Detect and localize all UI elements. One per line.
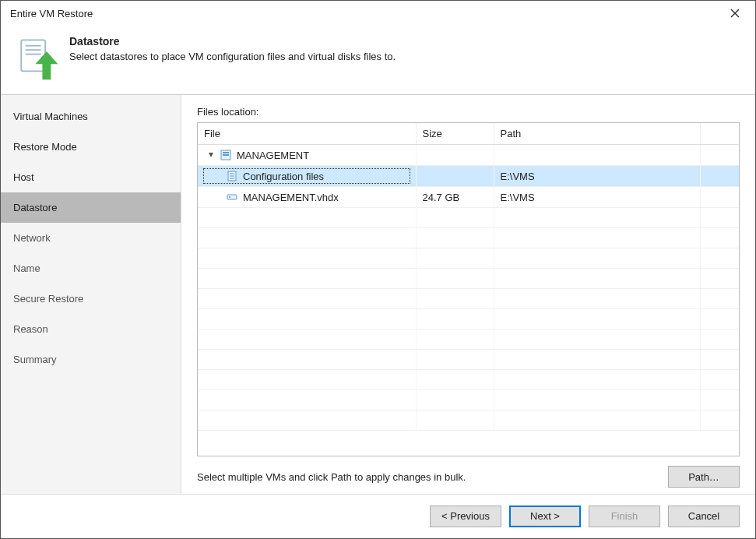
table-row-empty	[198, 370, 739, 390]
config-file-icon	[226, 170, 238, 182]
close-icon	[730, 9, 740, 18]
file-name: MANAGEMENT.vhdx	[243, 192, 339, 203]
step-name[interactable]: Name	[1, 253, 181, 284]
disk-icon	[226, 191, 238, 203]
file-path: E:\VMS	[494, 187, 700, 208]
table-row[interactable]: MANAGEMENT.vhdx 24.7 GB E:\VMS	[198, 187, 739, 208]
wizard-header: Datastore Select datastores to place VM …	[1, 26, 755, 95]
page-title: Datastore	[69, 35, 396, 48]
step-virtual-machines[interactable]: Virtual Machines	[1, 101, 181, 132]
file-size	[416, 166, 494, 187]
table-row-empty	[198, 390, 739, 410]
table-row-empty	[198, 410, 739, 431]
step-summary[interactable]: Summary	[1, 344, 181, 375]
wizard-header-text: Datastore Select datastores to place VM …	[69, 33, 396, 62]
svg-rect-5	[223, 152, 229, 153]
vm-icon	[220, 149, 232, 161]
file-path: E:\VMS	[494, 166, 700, 187]
table-row[interactable]: MANAGEMENT	[198, 145, 739, 166]
wizard-footer: < Previous Next > Finish Cancel	[1, 494, 755, 537]
table-row-empty	[198, 208, 739, 228]
hint-row: Select multiple VMs and click Path to ap…	[197, 456, 740, 488]
table-row-empty	[198, 309, 739, 329]
next-button[interactable]: Next >	[509, 506, 581, 527]
cancel-button[interactable]: Cancel	[668, 506, 740, 527]
close-button[interactable]	[721, 2, 749, 24]
page-subtitle: Select datastores to place VM configurat…	[69, 51, 396, 62]
expand-toggle[interactable]	[207, 151, 215, 159]
finish-button[interactable]: Finish	[589, 506, 660, 527]
files-location-label: Files location:	[197, 106, 740, 118]
col-header-file[interactable]: File	[198, 123, 416, 145]
table-row-empty	[198, 289, 739, 309]
table-row-empty	[198, 350, 739, 370]
path-button[interactable]: Path…	[668, 466, 740, 488]
table-row-empty	[198, 329, 739, 350]
table-row-empty	[198, 269, 739, 289]
step-reason[interactable]: Reason	[1, 314, 181, 344]
bulk-hint: Select multiple VMs and click Path to ap…	[197, 471, 668, 483]
wizard-body: Virtual Machines Restore Mode Host Datas…	[1, 95, 755, 494]
col-header-spare	[700, 123, 739, 145]
table-row-empty	[198, 248, 739, 269]
table-row-empty	[198, 228, 739, 248]
files-table: File Size Path	[197, 122, 740, 456]
svg-rect-6	[223, 154, 229, 156]
main-panel: Files location: File Size Path	[181, 95, 755, 494]
file-size	[416, 145, 494, 166]
step-network[interactable]: Network	[1, 223, 181, 253]
col-header-size[interactable]: Size	[416, 123, 494, 145]
table-header-row: File Size Path	[198, 123, 739, 145]
file-name: MANAGEMENT	[237, 150, 309, 161]
table-row[interactable]: Configuration files E:\VMS	[198, 166, 739, 187]
wizard-steps: Virtual Machines Restore Mode Host Datas…	[1, 95, 181, 494]
file-name: Configuration files	[243, 171, 324, 182]
step-datastore[interactable]: Datastore	[1, 192, 181, 223]
svg-rect-11	[227, 195, 237, 199]
file-path	[494, 145, 700, 166]
window-title: Entire VM Restore	[10, 8, 721, 19]
file-size: 24.7 GB	[416, 187, 494, 208]
col-header-path[interactable]: Path	[494, 123, 700, 145]
titlebar: Entire VM Restore	[1, 1, 755, 26]
step-host[interactable]: Host	[1, 162, 181, 192]
svg-point-12	[229, 196, 230, 198]
step-restore-mode[interactable]: Restore Mode	[1, 132, 181, 162]
svg-rect-0	[21, 40, 45, 71]
previous-button[interactable]: < Previous	[430, 506, 501, 527]
datastore-restore-icon	[13, 33, 63, 83]
step-secure-restore[interactable]: Secure Restore	[1, 284, 181, 314]
